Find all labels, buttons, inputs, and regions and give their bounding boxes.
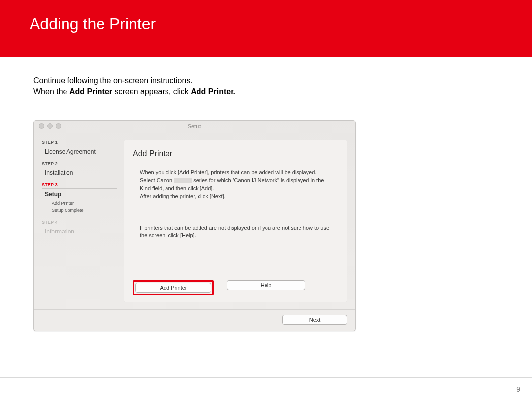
sidebar-step4-label: STEP 4	[42, 220, 117, 226]
sidebar-step3-substeps: Add Printer Setup Complete	[42, 198, 117, 214]
instruction-line2-mid: screen appears, click	[112, 87, 191, 96]
sidebar-step4-text: Information	[42, 226, 117, 235]
sidebar-substep-add-printer: Add Printer	[52, 200, 117, 207]
add-printer-highlight: Add Printer	[133, 280, 214, 295]
sidebar: STEP 1 License Agreement STEP 2 Installa…	[42, 140, 117, 302]
pane-button-row: Add Printer Help	[133, 280, 338, 295]
window-title: Setup	[34, 121, 355, 132]
sidebar-step2-text: Installation	[42, 167, 117, 176]
header-banner: Adding the Printer	[0, 0, 532, 57]
redacted-model	[174, 178, 192, 183]
instruction-text: Continue following the on-screen instruc…	[33, 75, 532, 97]
add-printer-button[interactable]: Add Printer	[135, 283, 211, 293]
pane-paragraph-1: When you click [Add Printer], printers t…	[133, 169, 338, 200]
p1-c: After adding the printer, click [Next].	[140, 193, 226, 199]
footer-divider	[0, 377, 532, 378]
instruction-line2-pre: When the	[33, 87, 69, 96]
setup-window: Setup STEP 1 License Agreement STEP 2 In…	[33, 120, 356, 331]
page-number: 9	[516, 385, 520, 393]
page-title: Adding the Printer	[30, 15, 502, 33]
sidebar-step3-label: STEP 3	[42, 182, 117, 189]
window-titlebar: Setup	[34, 121, 355, 132]
content-pane: Add Printer When you click [Add Printer]…	[124, 140, 347, 302]
instruction-line1: Continue following the on-screen instruc…	[33, 76, 193, 85]
pane-heading: Add Printer	[133, 149, 338, 158]
sidebar-step1-label: STEP 1	[42, 140, 117, 146]
pane-paragraph-2: If printers that can be added are not di…	[133, 224, 338, 240]
sidebar-step1-text: License Agreement	[42, 146, 117, 155]
instruction-bold2: Add Printer.	[191, 87, 235, 96]
help-button[interactable]: Help	[227, 280, 305, 290]
instruction-bold1: Add Printer	[69, 87, 112, 96]
next-button[interactable]: Next	[282, 315, 347, 325]
window-body: STEP 1 License Agreement STEP 2 Installa…	[34, 132, 355, 309]
sidebar-step3-text: Setup	[42, 189, 117, 198]
body-area: Continue following the on-screen instruc…	[0, 57, 532, 331]
window-footer: Next	[34, 309, 355, 331]
sidebar-substep-setup-complete: Setup Complete	[52, 207, 117, 214]
sidebar-step2-label: STEP 2	[42, 161, 117, 167]
